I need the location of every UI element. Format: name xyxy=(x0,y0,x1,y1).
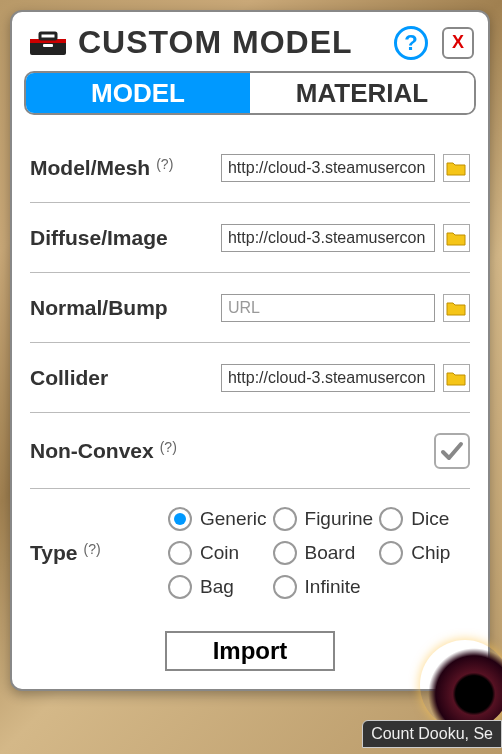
row-type: Type (?) Generic Figurine Dice xyxy=(30,489,470,611)
radio-label: Generic xyxy=(200,508,267,530)
radio-circle-icon xyxy=(379,541,403,565)
close-button[interactable]: X xyxy=(442,27,474,59)
normal-url-input[interactable] xyxy=(221,294,435,322)
label-type: Type (?) xyxy=(30,541,160,565)
radio-infinite[interactable]: Infinite xyxy=(273,575,374,599)
window-title: CUSTOM MODEL xyxy=(78,24,386,61)
hover-tooltip: Count Dooku, Se xyxy=(362,720,502,748)
hint-nonconvex[interactable]: (?) xyxy=(160,439,177,455)
radio-circle-icon xyxy=(273,575,297,599)
radio-board[interactable]: Board xyxy=(273,541,374,565)
diffuse-browse-button[interactable] xyxy=(443,224,470,252)
type-radio-group: Generic Figurine Dice Coin Board xyxy=(168,507,470,599)
tab-bar: MODEL MATERIAL xyxy=(24,71,476,115)
radio-label: Chip xyxy=(411,542,450,564)
radio-circle-icon xyxy=(168,541,192,565)
row-nonconvex: Non-Convex (?) xyxy=(30,413,470,489)
radio-label: Figurine xyxy=(305,508,374,530)
form: Model/Mesh (?) Diffuse/Image Normal/Bump xyxy=(24,133,476,611)
label-type-text: Type xyxy=(30,541,77,565)
titlebar: CUSTOM MODEL ? X xyxy=(24,22,476,71)
collider-url-input[interactable] xyxy=(221,364,435,392)
mesh-browse-button[interactable] xyxy=(443,154,470,182)
label-mesh-text: Model/Mesh xyxy=(30,156,150,180)
radio-figurine[interactable]: Figurine xyxy=(273,507,374,531)
label-diffuse-text: Diffuse/Image xyxy=(30,226,168,250)
radio-label: Dice xyxy=(411,508,449,530)
radio-coin[interactable]: Coin xyxy=(168,541,267,565)
radio-circle-icon xyxy=(273,541,297,565)
radio-generic[interactable]: Generic xyxy=(168,507,267,531)
radio-label: Infinite xyxy=(305,576,361,598)
svg-rect-2 xyxy=(40,33,56,39)
radio-label: Bag xyxy=(200,576,234,598)
help-button[interactable]: ? xyxy=(394,26,428,60)
label-normal: Normal/Bump xyxy=(30,296,213,320)
row-collider: Collider xyxy=(30,343,470,413)
label-collider-text: Collider xyxy=(30,366,108,390)
toolbox-icon xyxy=(26,29,70,57)
diffuse-url-input[interactable] xyxy=(221,224,435,252)
normal-browse-button[interactable] xyxy=(443,294,470,322)
tab-model[interactable]: MODEL xyxy=(26,73,250,113)
custom-model-dialog: CUSTOM MODEL ? X MODEL MATERIAL Model/Me… xyxy=(10,10,490,691)
row-normal: Normal/Bump xyxy=(30,273,470,343)
radio-circle-icon xyxy=(273,507,297,531)
radio-bag[interactable]: Bag xyxy=(168,575,267,599)
label-nonconvex-text: Non-Convex xyxy=(30,439,154,463)
collider-browse-button[interactable] xyxy=(443,364,470,392)
label-diffuse: Diffuse/Image xyxy=(30,226,213,250)
nonconvex-checkbox[interactable] xyxy=(434,433,470,469)
radio-label: Coin xyxy=(200,542,239,564)
radio-label: Board xyxy=(305,542,356,564)
radio-circle-icon xyxy=(379,507,403,531)
tab-material[interactable]: MATERIAL xyxy=(250,73,474,113)
label-normal-text: Normal/Bump xyxy=(30,296,168,320)
decorative-swirl-icon xyxy=(420,640,502,730)
row-mesh: Model/Mesh (?) xyxy=(30,133,470,203)
label-collider: Collider xyxy=(30,366,213,390)
hint-type[interactable]: (?) xyxy=(83,541,100,557)
radio-circle-icon xyxy=(168,507,192,531)
label-nonconvex: Non-Convex (?) xyxy=(30,439,220,463)
mesh-url-input[interactable] xyxy=(221,154,435,182)
svg-rect-3 xyxy=(43,44,53,47)
import-button[interactable]: Import xyxy=(165,631,335,671)
radio-dice[interactable]: Dice xyxy=(379,507,470,531)
radio-chip[interactable]: Chip xyxy=(379,541,470,565)
label-mesh: Model/Mesh (?) xyxy=(30,156,213,180)
hint-mesh[interactable]: (?) xyxy=(156,156,173,172)
radio-circle-icon xyxy=(168,575,192,599)
row-diffuse: Diffuse/Image xyxy=(30,203,470,273)
